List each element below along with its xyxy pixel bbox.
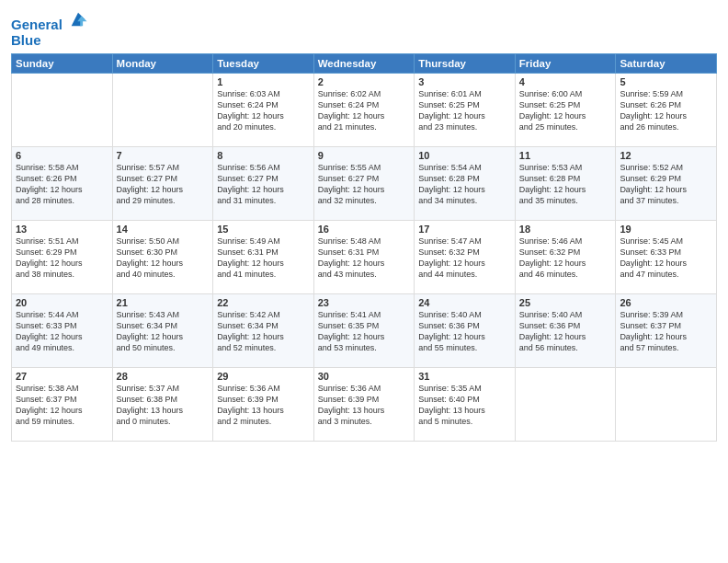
day-number: 16 xyxy=(318,224,411,235)
cell-content: Sunrise: 5:53 AM Sunset: 6:28 PM Dayligh… xyxy=(519,162,612,207)
calendar-week-row: 27Sunrise: 5:38 AM Sunset: 6:37 PM Dayli… xyxy=(12,368,717,442)
cell-content: Sunrise: 5:37 AM Sunset: 6:38 PM Dayligh… xyxy=(117,383,210,428)
day-number: 27 xyxy=(16,371,108,382)
calendar-cell xyxy=(12,74,113,147)
cell-content: Sunrise: 5:51 AM Sunset: 6:29 PM Dayligh… xyxy=(16,236,108,281)
cell-content: Sunrise: 5:56 AM Sunset: 6:27 PM Dayligh… xyxy=(217,162,310,207)
day-number: 1 xyxy=(217,76,310,87)
calendar-header-wednesday: Wednesday xyxy=(313,54,415,74)
cell-content: Sunrise: 5:48 AM Sunset: 6:31 PM Dayligh… xyxy=(318,236,411,281)
calendar-header-sunday: Sunday xyxy=(12,54,113,74)
calendar-cell: 16Sunrise: 5:48 AM Sunset: 6:31 PM Dayli… xyxy=(313,221,415,294)
cell-content: Sunrise: 5:36 AM Sunset: 6:39 PM Dayligh… xyxy=(217,383,310,428)
cell-content: Sunrise: 5:40 AM Sunset: 6:36 PM Dayligh… xyxy=(418,309,511,354)
day-number: 5 xyxy=(620,76,712,87)
calendar-cell: 10Sunrise: 5:54 AM Sunset: 6:28 PM Dayli… xyxy=(415,147,516,221)
day-number: 9 xyxy=(318,150,411,161)
calendar-cell: 26Sunrise: 5:39 AM Sunset: 6:37 PM Dayli… xyxy=(616,294,717,368)
calendar-header-monday: Monday xyxy=(112,54,213,74)
day-number: 20 xyxy=(16,297,108,308)
calendar-cell: 1Sunrise: 6:03 AM Sunset: 6:24 PM Daylig… xyxy=(213,74,314,147)
calendar-header-tuesday: Tuesday xyxy=(213,54,314,74)
calendar-cell: 28Sunrise: 5:37 AM Sunset: 6:38 PM Dayli… xyxy=(112,368,213,442)
calendar-week-row: 6Sunrise: 5:58 AM Sunset: 6:26 PM Daylig… xyxy=(12,147,717,221)
day-number: 30 xyxy=(318,371,411,382)
day-number: 2 xyxy=(318,76,411,87)
calendar-week-row: 13Sunrise: 5:51 AM Sunset: 6:29 PM Dayli… xyxy=(12,221,717,294)
day-number: 22 xyxy=(217,297,310,308)
calendar-cell: 25Sunrise: 5:40 AM Sunset: 6:36 PM Dayli… xyxy=(515,294,616,368)
day-number: 21 xyxy=(117,297,210,308)
cell-content: Sunrise: 5:47 AM Sunset: 6:32 PM Dayligh… xyxy=(418,236,511,281)
day-number: 14 xyxy=(117,224,210,235)
calendar-cell xyxy=(616,368,717,442)
cell-content: Sunrise: 5:35 AM Sunset: 6:40 PM Dayligh… xyxy=(418,383,511,428)
cell-content: Sunrise: 5:46 AM Sunset: 6:32 PM Dayligh… xyxy=(519,236,612,281)
logo: General Blue xyxy=(11,9,88,48)
cell-content: Sunrise: 5:49 AM Sunset: 6:31 PM Dayligh… xyxy=(217,236,310,281)
calendar-week-row: 1Sunrise: 6:03 AM Sunset: 6:24 PM Daylig… xyxy=(12,74,717,147)
calendar-cell: 2Sunrise: 6:02 AM Sunset: 6:24 PM Daylig… xyxy=(313,74,415,147)
day-number: 6 xyxy=(16,150,108,161)
cell-content: Sunrise: 5:57 AM Sunset: 6:27 PM Dayligh… xyxy=(117,162,210,207)
cell-content: Sunrise: 5:58 AM Sunset: 6:26 PM Dayligh… xyxy=(16,162,108,207)
day-number: 13 xyxy=(16,224,108,235)
day-number: 8 xyxy=(217,150,310,161)
calendar-cell: 9Sunrise: 5:55 AM Sunset: 6:27 PM Daylig… xyxy=(313,147,415,221)
calendar-cell: 20Sunrise: 5:44 AM Sunset: 6:33 PM Dayli… xyxy=(12,294,113,368)
calendar-cell: 11Sunrise: 5:53 AM Sunset: 6:28 PM Dayli… xyxy=(515,147,616,221)
calendar-header-friday: Friday xyxy=(515,54,616,74)
cell-content: Sunrise: 6:01 AM Sunset: 6:25 PM Dayligh… xyxy=(418,88,511,133)
cell-content: Sunrise: 5:39 AM Sunset: 6:37 PM Dayligh… xyxy=(620,309,712,354)
calendar-cell: 6Sunrise: 5:58 AM Sunset: 6:26 PM Daylig… xyxy=(12,147,113,221)
calendar-cell: 13Sunrise: 5:51 AM Sunset: 6:29 PM Dayli… xyxy=(12,221,113,294)
cell-content: Sunrise: 5:36 AM Sunset: 6:39 PM Dayligh… xyxy=(318,383,411,428)
calendar-cell: 27Sunrise: 5:38 AM Sunset: 6:37 PM Dayli… xyxy=(12,368,113,442)
calendar-cell: 30Sunrise: 5:36 AM Sunset: 6:39 PM Dayli… xyxy=(313,368,415,442)
day-number: 7 xyxy=(117,150,210,161)
calendar-cell: 24Sunrise: 5:40 AM Sunset: 6:36 PM Dayli… xyxy=(415,294,516,368)
day-number: 31 xyxy=(418,371,511,382)
day-number: 18 xyxy=(519,224,612,235)
cell-content: Sunrise: 5:45 AM Sunset: 6:33 PM Dayligh… xyxy=(620,236,712,281)
day-number: 10 xyxy=(418,150,511,161)
calendar-cell: 7Sunrise: 5:57 AM Sunset: 6:27 PM Daylig… xyxy=(112,147,213,221)
day-number: 12 xyxy=(620,150,712,161)
cell-content: Sunrise: 5:42 AM Sunset: 6:34 PM Dayligh… xyxy=(217,309,310,354)
calendar-cell: 17Sunrise: 5:47 AM Sunset: 6:32 PM Dayli… xyxy=(415,221,516,294)
cell-content: Sunrise: 5:40 AM Sunset: 6:36 PM Dayligh… xyxy=(519,309,612,354)
page-container: General Blue SundayMondayTuesdayWednesda… xyxy=(0,0,728,563)
cell-content: Sunrise: 6:00 AM Sunset: 6:25 PM Dayligh… xyxy=(519,88,612,133)
day-number: 4 xyxy=(519,76,612,87)
calendar-cell: 29Sunrise: 5:36 AM Sunset: 6:39 PM Dayli… xyxy=(213,368,314,442)
calendar-cell: 31Sunrise: 5:35 AM Sunset: 6:40 PM Dayli… xyxy=(415,368,516,442)
day-number: 19 xyxy=(620,224,712,235)
cell-content: Sunrise: 5:52 AM Sunset: 6:29 PM Dayligh… xyxy=(620,162,712,207)
calendar-cell: 23Sunrise: 5:41 AM Sunset: 6:35 PM Dayli… xyxy=(313,294,415,368)
day-number: 15 xyxy=(217,224,310,235)
calendar-cell: 12Sunrise: 5:52 AM Sunset: 6:29 PM Dayli… xyxy=(616,147,717,221)
calendar-cell: 4Sunrise: 6:00 AM Sunset: 6:25 PM Daylig… xyxy=(515,74,616,147)
day-number: 11 xyxy=(519,150,612,161)
calendar-cell: 15Sunrise: 5:49 AM Sunset: 6:31 PM Dayli… xyxy=(213,221,314,294)
calendar-header-thursday: Thursday xyxy=(415,54,516,74)
logo-text: General xyxy=(11,9,88,33)
calendar-cell: 19Sunrise: 5:45 AM Sunset: 6:33 PM Dayli… xyxy=(616,221,717,294)
logo-icon xyxy=(68,9,88,29)
cell-content: Sunrise: 5:55 AM Sunset: 6:27 PM Dayligh… xyxy=(318,162,411,207)
day-number: 25 xyxy=(519,297,612,308)
cell-content: Sunrise: 5:43 AM Sunset: 6:34 PM Dayligh… xyxy=(117,309,210,354)
calendar-cell: 18Sunrise: 5:46 AM Sunset: 6:32 PM Dayli… xyxy=(515,221,616,294)
day-number: 28 xyxy=(117,371,210,382)
cell-content: Sunrise: 5:41 AM Sunset: 6:35 PM Dayligh… xyxy=(318,309,411,354)
cell-content: Sunrise: 5:54 AM Sunset: 6:28 PM Dayligh… xyxy=(418,162,511,207)
cell-content: Sunrise: 5:50 AM Sunset: 6:30 PM Dayligh… xyxy=(117,236,210,281)
calendar-cell: 8Sunrise: 5:56 AM Sunset: 6:27 PM Daylig… xyxy=(213,147,314,221)
calendar-cell xyxy=(515,368,616,442)
cell-content: Sunrise: 5:59 AM Sunset: 6:26 PM Dayligh… xyxy=(620,88,712,133)
calendar-table: SundayMondayTuesdayWednesdayThursdayFrid… xyxy=(11,53,717,442)
calendar-cell: 21Sunrise: 5:43 AM Sunset: 6:34 PM Dayli… xyxy=(112,294,213,368)
calendar-cell: 22Sunrise: 5:42 AM Sunset: 6:34 PM Dayli… xyxy=(213,294,314,368)
calendar-header-saturday: Saturday xyxy=(616,54,717,74)
calendar-cell xyxy=(112,74,213,147)
